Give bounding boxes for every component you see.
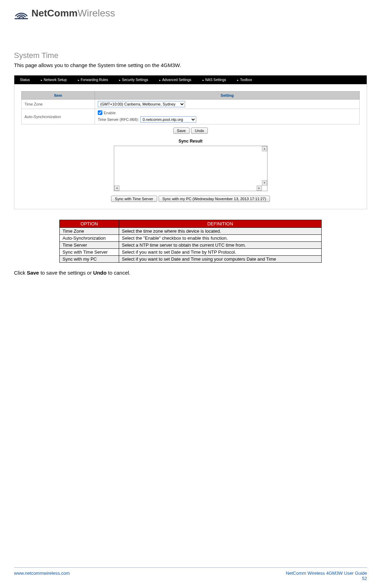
- scroll-down-icon[interactable]: ▾: [262, 180, 267, 186]
- th-option: OPTION: [60, 220, 119, 228]
- nav-bar: Status Network Setup Forwarding Rules Se…: [14, 75, 367, 84]
- footer-title: NetComm Wireless 4GM3W User Guide: [286, 571, 367, 576]
- nav-status[interactable]: Status: [14, 77, 35, 83]
- logo-text: NetCommWireless: [31, 8, 115, 19]
- row-autosync-label: Auto-Synchronization: [22, 109, 95, 124]
- table-row: Auto-SynchronizationSelect the "Enable" …: [60, 235, 322, 242]
- wifi-icon: [14, 7, 29, 20]
- time-server-label: Time Server (RFC-868):: [98, 117, 139, 122]
- settings-screenshot: Status Network Setup Forwarding Rules Se…: [14, 75, 367, 209]
- nav-network-setup[interactable]: Network Setup: [35, 77, 72, 83]
- page-title: System Time: [14, 51, 367, 60]
- th-setting: Setting: [95, 92, 360, 100]
- nav-nas-settings[interactable]: NAS Settings: [197, 77, 232, 83]
- nav-security-settings[interactable]: Security Settings: [113, 77, 154, 83]
- th-definition: DEFINITION: [119, 220, 322, 228]
- undo-button[interactable]: Undo: [191, 128, 208, 134]
- sync-my-pc-button[interactable]: Sync with my PC (Wednesday November 13, …: [159, 196, 270, 202]
- scroll-up-icon[interactable]: ▴: [262, 146, 267, 151]
- enable-label: Enable: [104, 111, 116, 115]
- timezone-select[interactable]: (GMT+10:00) Canberra, Melbourne, Sydney: [98, 101, 185, 107]
- intro-text: This page allows you to change the Syste…: [14, 62, 367, 68]
- closing-text: Click Save to save the settings or Undo …: [14, 270, 367, 276]
- nav-advanced-settings[interactable]: Advanced Settings: [154, 77, 197, 83]
- logo: NetCommWireless: [14, 3, 367, 30]
- definition-table: OPTION DEFINITION Time ZoneSelect the ti…: [59, 220, 322, 263]
- svg-rect-0: [15, 18, 28, 19]
- table-row: Time ServerSelect a NTP time server to o…: [60, 242, 322, 249]
- sync-time-server-button[interactable]: Sync with Time Server: [111, 196, 157, 202]
- footer: www.netcommwireless.com NetComm Wireless…: [14, 567, 367, 581]
- time-server-select[interactable]: 0.netcomm.pool.ntp.org: [140, 116, 196, 123]
- sync-result-box: ▴ ▾ ◂ ▸: [114, 146, 268, 191]
- save-button[interactable]: Save: [173, 128, 190, 134]
- th-item: Item: [22, 92, 95, 100]
- page-number: 52: [286, 576, 367, 581]
- nav-forwarding-rules[interactable]: Forwarding Rules: [72, 77, 113, 83]
- sync-result-title: Sync Result: [21, 139, 360, 144]
- enable-checkbox[interactable]: [98, 110, 102, 115]
- settings-table: Item Setting Time Zone (GMT+10:00) Canbe…: [21, 91, 360, 124]
- scroll-right-icon[interactable]: ▸: [257, 186, 262, 191]
- footer-url: www.netcommwireless.com: [14, 571, 70, 581]
- table-row: Sync with Time ServerSelect if you want …: [60, 249, 322, 256]
- table-row: Sync with my PCSelect if you want to set…: [60, 256, 322, 263]
- scroll-left-icon[interactable]: ◂: [114, 186, 119, 191]
- row-timezone-label: Time Zone: [22, 100, 95, 109]
- table-row: Time ZoneSelect the time zone where this…: [60, 228, 322, 235]
- nav-toolbox[interactable]: Toolbox: [232, 77, 257, 83]
